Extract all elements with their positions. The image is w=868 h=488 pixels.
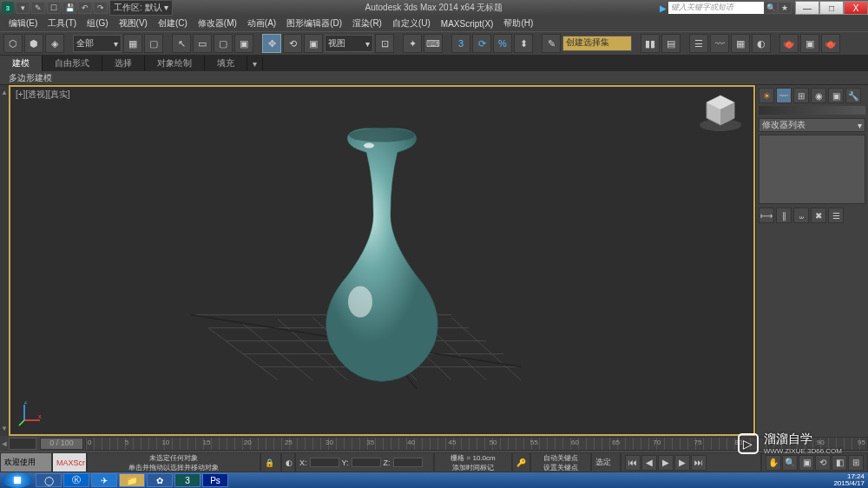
curve-editor-icon[interactable]: 〰 (710, 34, 729, 53)
menu-create[interactable]: 创建(C) (153, 16, 193, 31)
help-icon[interactable]: ★ (778, 2, 792, 14)
viewport[interactable]: [+][透视][真实] (9, 85, 755, 436)
bind-icon[interactable]: ◈ (45, 34, 64, 53)
timeline-left-icon[interactable]: ◄ (0, 439, 9, 448)
angle-snap-icon[interactable]: ⟳ (472, 34, 491, 53)
taskbar-explorer[interactable]: 📁 (119, 473, 145, 487)
scale-icon[interactable]: ▣ (304, 34, 323, 53)
crossing-icon[interactable]: ▢ (144, 34, 163, 53)
render-icon[interactable]: 🫖 (821, 34, 840, 53)
menu-maxscript[interactable]: MAXScript(X) (436, 17, 499, 30)
key-icon[interactable]: 🔑 (512, 452, 530, 472)
move-icon[interactable]: ✥ (262, 34, 281, 53)
select-filter-icon[interactable]: ▦ (123, 34, 142, 53)
timeline-thumb[interactable] (9, 438, 36, 450)
utilities-tab-icon[interactable]: 🔧 (845, 88, 861, 103)
app-icon[interactable]: 3 (2, 2, 14, 14)
pin-stack-icon[interactable]: ⟼ (759, 208, 774, 223)
menu-render[interactable]: 渲染(R) (347, 16, 387, 31)
menu-tools[interactable]: 工具(T) (43, 16, 82, 31)
align-icon[interactable]: ▤ (661, 34, 681, 53)
object-color[interactable] (759, 106, 865, 115)
create-tab-icon[interactable]: ☀ (759, 88, 774, 103)
taskbar-chrome[interactable]: ◯ (36, 473, 62, 487)
keyboard-icon[interactable]: ⌨ (424, 34, 443, 53)
layers-icon[interactable]: ☰ (689, 34, 708, 53)
goto-start-icon[interactable]: ⏮ (625, 455, 641, 471)
redo-icon[interactable]: ↷ (94, 2, 108, 14)
selected-filter[interactable]: 选定 (591, 452, 621, 472)
coord-z-input[interactable] (393, 458, 423, 467)
tab-object-paint[interactable]: 对象绘制 (145, 56, 205, 71)
zoom-extents-icon[interactable]: ▣ (799, 455, 814, 471)
start-button[interactable] (3, 472, 32, 488)
system-clock[interactable]: 17:24 2015/4/17 (833, 473, 865, 487)
save-icon[interactable]: 💾 (62, 2, 76, 14)
open-icon[interactable]: ☐ (47, 2, 61, 14)
lock-icon[interactable]: 🔒 (260, 452, 281, 472)
tab-selection[interactable]: 选择 (102, 56, 145, 71)
pan-icon[interactable]: ✋ (766, 455, 781, 471)
edit-named-icon[interactable]: ✎ (542, 34, 561, 53)
modifier-list-dropdown[interactable]: 修改器列表▾ (759, 118, 865, 132)
tab-freeform[interactable]: 自由形式 (43, 56, 102, 71)
modifier-stack[interactable] (759, 135, 865, 204)
orbit-icon[interactable]: ⟲ (815, 455, 831, 471)
viewcube-icon[interactable] (696, 92, 745, 135)
snap-icon[interactable]: 3 (451, 34, 470, 53)
menu-edit[interactable]: 编辑(E) (3, 16, 43, 31)
selection-set-input[interactable]: 创建选择集 (562, 36, 632, 51)
link-icon[interactable]: ⬡ (3, 34, 23, 53)
spinner-snap-icon[interactable]: ⬍ (514, 34, 533, 53)
display-tab-icon[interactable]: ▣ (828, 88, 844, 103)
percent-snap-icon[interactable]: % (493, 34, 512, 53)
frame-slider[interactable]: 0 / 100 (40, 438, 83, 450)
menu-help[interactable]: 帮助(H) (498, 16, 538, 31)
hierarchy-tab-icon[interactable]: ⊞ (793, 88, 809, 103)
close-button[interactable]: X (844, 1, 868, 15)
add-time-label[interactable]: 添加时间标记 (452, 463, 494, 472)
unlink-icon[interactable]: ⬢ (24, 34, 43, 53)
next-frame-icon[interactable]: ▶ (674, 455, 690, 471)
unique-icon[interactable]: ⩊ (793, 208, 809, 223)
search-input[interactable]: 键入关键字或短语 (668, 2, 764, 14)
show-end-icon[interactable]: ∥ (776, 208, 792, 223)
menu-animation[interactable]: 动画(A) (242, 16, 281, 31)
setkey-button[interactable]: 设置关键点 (543, 463, 578, 472)
taskbar-media[interactable]: ✿ (147, 473, 173, 487)
filter-dropdown[interactable]: 全部▾ (73, 35, 122, 52)
coord-x-input[interactable] (310, 458, 339, 467)
new-icon[interactable]: ✎ (31, 2, 45, 14)
minimize-button[interactable]: — (795, 1, 819, 15)
taskbar-app1[interactable]: ✈ (91, 473, 117, 487)
tab-modeling[interactable]: 建模 (0, 56, 43, 71)
prev-frame-icon[interactable]: ◀ (641, 455, 657, 471)
coord-dropdown[interactable]: 视图▾ (325, 35, 373, 52)
menu-graph[interactable]: 图形编辑器(D) (281, 16, 347, 31)
maxscript-label[interactable]: MAXScr (52, 452, 87, 472)
search-icon[interactable]: 🔍 (764, 2, 778, 14)
render-setup-icon[interactable]: 🫖 (779, 34, 799, 53)
ribbon-expand-icon[interactable]: ▾ (247, 57, 263, 70)
taskbar-kugou[interactable]: Ⓚ (63, 473, 89, 487)
info-arrow-icon[interactable]: ▶ (660, 3, 667, 13)
pivot-icon[interactable]: ⊡ (375, 34, 394, 53)
remove-mod-icon[interactable]: ✖ (811, 208, 826, 223)
modify-tab-icon[interactable]: 〰 (776, 88, 792, 103)
schematic-icon[interactable]: ▦ (731, 34, 750, 53)
tab-populate[interactable]: 填充 (205, 56, 247, 71)
isolate-icon[interactable]: ◐ (281, 452, 295, 472)
menu-group[interactable]: 组(G) (82, 16, 113, 31)
coord-y-input[interactable] (352, 458, 381, 467)
menu-view[interactable]: 视图(V) (114, 16, 153, 31)
motion-tab-icon[interactable]: ◉ (811, 88, 826, 103)
viewport-label[interactable]: [+][透视][真实] (16, 89, 70, 101)
goto-end-icon[interactable]: ⏭ (691, 455, 707, 471)
material-icon[interactable]: ◐ (752, 34, 771, 53)
taskbar-3dsmax[interactable]: 3 (174, 473, 201, 487)
fov-icon[interactable]: ◧ (832, 455, 847, 471)
autokey-button[interactable]: 自动关键点 (543, 453, 578, 463)
zoom-icon[interactable]: 🔍 (782, 455, 798, 471)
select-name-icon[interactable]: ▭ (193, 34, 212, 53)
maximize-button[interactable]: □ (819, 1, 844, 15)
